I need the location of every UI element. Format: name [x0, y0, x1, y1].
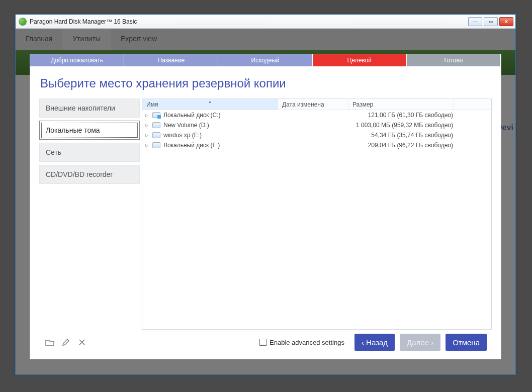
next-button: Далее ›: [400, 334, 440, 351]
titlebar: Paragon Hard Disk Manager™ 16 Basic — ▭ …: [16, 15, 515, 29]
step-name[interactable]: Название: [124, 54, 218, 66]
new-folder-icon[interactable]: [44, 337, 55, 348]
category-external[interactable]: Внешние накопители: [39, 99, 140, 118]
volume-rows: ▷ Локальный диск (C:) 121,00 ГБ (61,30 Г…: [142, 110, 491, 329]
column-headers: ▲ Имя Дата изменена Размер: [142, 99, 491, 110]
disk-icon: [152, 142, 160, 148]
edit-icon[interactable]: [60, 337, 71, 348]
disk-icon: [152, 122, 160, 128]
col-spacer: [454, 99, 491, 110]
volume-row[interactable]: ▷ New Volume (D:) 1 003,00 МБ (959,32 МБ…: [142, 120, 491, 130]
minimize-button[interactable]: —: [468, 17, 482, 26]
wizard-dialog: Добро пожаловать Название Исходный Целев…: [30, 54, 501, 359]
volume-row[interactable]: ▷ Локальный диск (F:) 209,04 ГБ (96,22 Г…: [142, 140, 491, 150]
expand-icon[interactable]: ▷: [145, 143, 150, 148]
sort-asc-icon: ▲: [208, 100, 212, 104]
disk-icon: [152, 112, 160, 118]
expand-icon[interactable]: ▷: [145, 123, 150, 128]
volume-row[interactable]: ▷ Локальный диск (C:) 121,00 ГБ (61,30 Г…: [142, 110, 491, 120]
checkbox-icon: [259, 339, 267, 346]
expand-icon[interactable]: ▷: [145, 113, 150, 118]
maximize-button[interactable]: ▭: [484, 17, 498, 26]
delete-icon[interactable]: [76, 337, 87, 348]
wizard-steps: Добро пожаловать Название Исходный Целев…: [30, 54, 501, 66]
close-button[interactable]: ✕: [499, 17, 513, 26]
window-title: Paragon Hard Disk Manager™ 16 Basic: [30, 18, 468, 25]
category-local[interactable]: Локальные тома: [39, 121, 140, 140]
app-window: Paragon Hard Disk Manager™ 16 Basic — ▭ …: [15, 14, 516, 375]
col-date[interactable]: Дата изменена: [278, 99, 348, 110]
category-list: Внешние накопители Локальные тома Сеть C…: [39, 99, 140, 330]
step-target[interactable]: Целевой: [313, 54, 407, 66]
col-name[interactable]: ▲ Имя: [142, 99, 278, 110]
step-source[interactable]: Исходный: [218, 54, 312, 66]
step-ready[interactable]: Готово: [407, 54, 501, 66]
col-size[interactable]: Размер: [348, 99, 454, 110]
volume-panel: ▲ Имя Дата изменена Размер ▷ Локальный д…: [142, 99, 492, 330]
dialog-footer: Enable advanced settings ‹ Назад Далее ›…: [39, 330, 492, 355]
cancel-button[interactable]: Отмена: [446, 334, 487, 351]
advanced-settings-checkbox[interactable]: Enable advanced settings: [259, 339, 344, 346]
volume-row[interactable]: ▷ windus xp (E:) 54,34 ГБ (35,74 ГБ своб…: [142, 130, 491, 140]
category-optical[interactable]: CD/DVD/BD recorder: [39, 165, 140, 184]
category-network[interactable]: Сеть: [39, 143, 140, 162]
disk-icon: [152, 132, 160, 138]
back-button[interactable]: ‹ Назад: [354, 334, 395, 351]
expand-icon[interactable]: ▷: [145, 133, 150, 138]
app-icon: [19, 18, 27, 26]
dialog-title: Выберите место хранения резервной копии: [40, 76, 492, 90]
step-welcome[interactable]: Добро пожаловать: [30, 54, 124, 66]
